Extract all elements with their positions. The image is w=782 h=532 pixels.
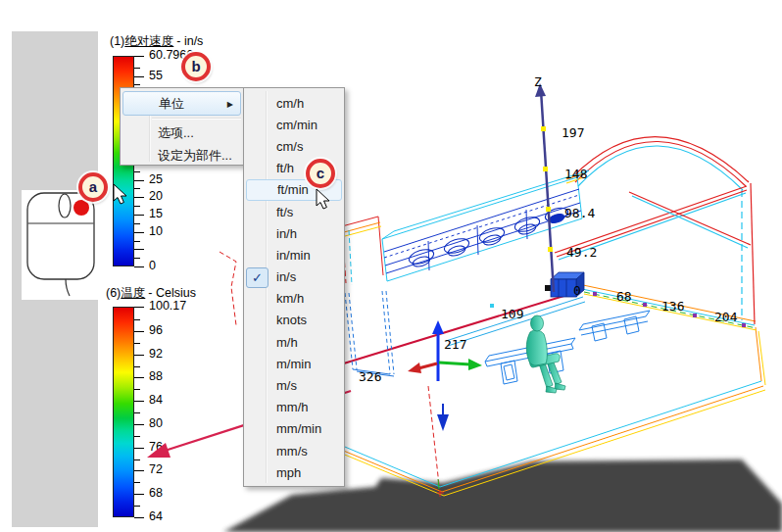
menu-item-label: 设定为部件... <box>158 147 232 165</box>
origin-label: 0 <box>573 283 581 298</box>
submenu-item-mm-h[interactable]: mm/h <box>244 397 344 418</box>
units-submenu: cm/h cm/min cm/s ft/h ft/min ft/s in/h i… <box>243 87 345 487</box>
z-ruler-label: 148 <box>564 167 587 181</box>
menu-item-label: 选项... <box>158 124 194 142</box>
human-figure <box>526 315 565 393</box>
submenu-item-cm-min[interactable]: cm/min <box>244 114 344 135</box>
checkmark-icon: ✓ <box>246 267 269 288</box>
context-menu: 单位 ▶ 选项... 设定为部件... <box>120 87 244 166</box>
z-ruler-label: 197 <box>562 125 584 140</box>
z-axis-label: Z <box>534 74 542 89</box>
submenu-item-cm-s[interactable]: cm/s <box>244 135 344 157</box>
floor-ruler-label: 136 <box>661 299 684 314</box>
cursor-icon <box>113 183 128 209</box>
left-corner-label: 326 <box>359 369 381 384</box>
floor-ruler-label: 204 <box>714 310 738 324</box>
callout-b: b <box>181 52 211 81</box>
submenu-item-knots[interactable]: knots <box>244 310 344 331</box>
menu-item-label: 单位 <box>159 95 184 113</box>
submenu-item-km-h[interactable]: km/h <box>244 288 344 310</box>
submenu-item-in-min[interactable]: in/min <box>244 244 344 266</box>
bench-wireframes <box>485 311 650 384</box>
flow-simulation-screenshot: { "colors": { "menu_highlight_border": "… <box>0 0 782 532</box>
submenu-item-mm-s[interactable]: mm/s <box>244 440 344 461</box>
triad-label: 217 <box>444 337 466 352</box>
left-edge-label: 109 <box>501 307 523 321</box>
callout-a: a <box>78 172 108 202</box>
submenu-arrow-icon: ▶ <box>227 100 233 109</box>
submenu-item-in-h[interactable]: in/h <box>244 222 344 244</box>
submenu-item-in-s[interactable]: ✓ in/s <box>244 266 344 288</box>
submenu-item-m-min[interactable]: m/min <box>244 353 344 374</box>
menu-item-options[interactable]: 选项... <box>121 121 243 144</box>
submenu-item-cm-h[interactable]: cm/h <box>244 92 344 114</box>
submenu-item-m-h[interactable]: m/h <box>244 331 344 353</box>
floor-ruler-label: 68 <box>616 289 632 304</box>
callout-c: c <box>306 159 335 188</box>
menu-item-set-as-component[interactable]: 设定为部件... <box>121 144 243 167</box>
menu-item-units[interactable]: 单位 ▶ <box>122 91 241 116</box>
menu-separator <box>152 118 241 120</box>
cursor-icon <box>316 188 331 214</box>
submenu-item-mph[interactable]: mph <box>244 461 344 483</box>
fan-duct <box>382 170 589 281</box>
z-ruler-label: 98.4 <box>564 206 595 220</box>
submenu-item-mm-min[interactable]: mm/min <box>244 418 344 440</box>
z-ruler-label: 49.2 <box>566 245 597 260</box>
3d-viewport[interactable]: Z 197 148 98.4 49.2 0 68 136 204 109 217… <box>0 0 782 532</box>
submenu-item-m-s[interactable]: m/s <box>244 374 344 396</box>
